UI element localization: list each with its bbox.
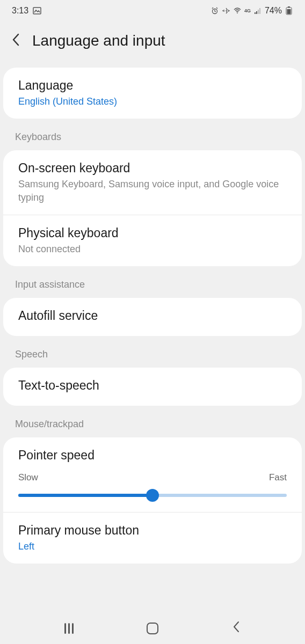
back-button[interactable] — [12, 33, 19, 49]
section-mouse-trackpad: Mouse/trackpad — [0, 408, 305, 435]
battery-icon — [285, 6, 293, 15]
nav-back-button[interactable] — [220, 620, 252, 636]
section-keyboards: Keyboards — [0, 121, 305, 148]
pointer-speed-item: Pointer speed Slow Fast — [3, 437, 302, 513]
svg-rect-5 — [258, 10, 259, 14]
primary-mouse-button-title: Primary mouse button — [18, 523, 287, 538]
physical-keyboard-subtitle: Not connected — [18, 243, 287, 255]
slider-fast-label: Fast — [269, 472, 287, 483]
svg-rect-4 — [256, 11, 257, 14]
language-title: Language — [18, 78, 287, 93]
status-bar: 3:13 4G 74% — [0, 0, 305, 21]
on-screen-keyboard-title: On-screen keyboard — [18, 161, 287, 175]
physical-keyboard-item[interactable]: Physical keyboard Not connected — [3, 215, 302, 266]
nav-home-button[interactable] — [136, 620, 169, 636]
vibrate-icon — [222, 6, 230, 15]
nav-recents-button[interactable] — [53, 620, 85, 636]
primary-mouse-button-value: Left — [18, 540, 287, 553]
network-label: 4G — [244, 8, 251, 13]
status-right: 4G 74% — [210, 6, 293, 16]
mouse-trackpad-card: Pointer speed Slow Fast Primary mouse bu… — [3, 437, 302, 564]
status-time: 3:13 — [12, 6, 28, 16]
alarm-icon — [210, 6, 219, 15]
status-left: 3:13 — [12, 6, 41, 16]
svg-rect-8 — [288, 6, 290, 8]
autofill-service-title: Autofill service — [18, 309, 287, 323]
svg-rect-9 — [287, 9, 291, 14]
home-icon — [147, 623, 158, 634]
primary-mouse-button-item[interactable]: Primary mouse button Left — [3, 513, 302, 564]
recents-icon — [64, 623, 74, 634]
on-screen-keyboard-item[interactable]: On-screen keyboard Samsung Keyboard, Sam… — [3, 150, 302, 215]
slider-fill — [18, 494, 152, 497]
autofill-service-item[interactable]: Autofill service — [3, 298, 302, 336]
text-to-speech-item[interactable]: Text-to-speech — [3, 368, 302, 406]
slider-slow-label: Slow — [18, 472, 38, 483]
section-input-assistance: Input assistance — [0, 268, 305, 296]
pointer-speed-title: Pointer speed — [18, 448, 287, 463]
slider-thumb[interactable] — [146, 489, 159, 502]
language-item[interactable]: Language English (United States) — [3, 68, 302, 119]
pointer-speed-slider[interactable] — [18, 494, 287, 497]
speech-card: Text-to-speech — [3, 368, 302, 406]
page-title: Language and input — [32, 32, 165, 49]
battery-percent: 74% — [265, 6, 282, 16]
language-card: Language English (United States) — [3, 68, 302, 119]
input-assistance-card: Autofill service — [3, 298, 302, 336]
svg-point-2 — [237, 12, 238, 13]
signal-icon — [253, 6, 262, 15]
section-speech: Speech — [0, 338, 305, 365]
page-header: Language and input — [0, 21, 305, 65]
back-icon — [233, 621, 240, 636]
svg-rect-3 — [255, 12, 256, 14]
on-screen-keyboard-subtitle: Samsung Keyboard, Samsung voice input, a… — [18, 178, 287, 204]
slider-labels: Slow Fast — [18, 472, 287, 483]
text-to-speech-title: Text-to-speech — [18, 378, 287, 393]
navigation-bar — [0, 613, 305, 644]
keyboards-card: On-screen keyboard Samsung Keyboard, Sam… — [3, 150, 302, 266]
physical-keyboard-title: Physical keyboard — [18, 226, 287, 240]
wifi-icon — [233, 6, 242, 15]
language-value: English (United States) — [18, 95, 287, 108]
svg-rect-6 — [259, 8, 260, 14]
image-icon — [33, 6, 41, 15]
